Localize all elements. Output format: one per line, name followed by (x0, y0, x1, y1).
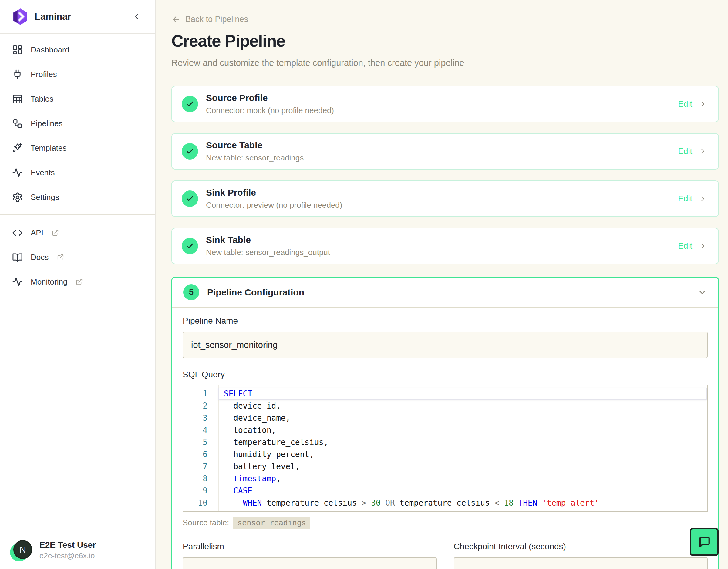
step-title: Sink Table (206, 235, 678, 245)
step-subtitle: Connector: preview (no profile needed) (206, 200, 678, 210)
sidebar-nav: Dashboard Profiles Tables Pipelines Temp… (0, 34, 155, 294)
step-status-badge (182, 143, 198, 160)
step-status-badge (182, 190, 198, 207)
sparkles-icon (12, 143, 23, 153)
sidebar-item-label: Monitoring (31, 277, 67, 287)
sidebar-divider (0, 214, 155, 215)
code-line: 3 device_name, (183, 412, 707, 424)
step-card[interactable]: Source Profile Connector: mock (no profi… (171, 86, 719, 122)
check-icon (186, 242, 194, 250)
sql-editor[interactable]: 1SELECT2 device_id,3 device_name,4 locat… (183, 385, 708, 512)
page-title: Create Pipeline (171, 31, 719, 51)
avatar: N (12, 540, 32, 560)
line-number: 5 (183, 436, 218, 448)
code-line: 6 humidity_percent, (183, 448, 707, 460)
sql-query-label: SQL Query (183, 370, 708, 379)
code-text: temperature_celsius, (218, 436, 707, 448)
code-line: 9 CASE (183, 485, 707, 497)
sidebar-item-tables[interactable]: Tables (0, 87, 155, 111)
check-icon (186, 100, 194, 108)
line-number: 6 (183, 448, 218, 460)
checkpoint-interval-label: Checkpoint Interval (seconds) (454, 542, 708, 551)
back-to-pipelines-link[interactable]: Back to Pipelines (171, 15, 248, 24)
line-number: 1 (183, 388, 218, 400)
code-line: 5 temperature_celsius, (183, 436, 707, 448)
sidebar-item-label: API (31, 228, 43, 237)
avatar-initial: N (13, 540, 32, 559)
edit-link[interactable]: Edit (678, 241, 692, 251)
plug-icon (12, 69, 23, 80)
sidebar-item-pipelines[interactable]: Pipelines (0, 111, 155, 136)
sidebar-item-events[interactable]: Events (0, 160, 155, 185)
edit-link[interactable]: Edit (678, 99, 692, 109)
dashboard-icon (12, 45, 23, 55)
sidebar: Laminar Dashboard Profiles Tables Pipeli… (0, 0, 156, 569)
edit-link[interactable]: Edit (678, 194, 692, 204)
code-text: device_name, (218, 412, 707, 424)
user-name: E2E Test User (39, 540, 96, 550)
main-content: Back to Pipelines Create Pipeline Review… (156, 0, 728, 569)
page-subtitle: Review and customize the template config… (171, 58, 719, 68)
step-number-badge: 5 (183, 284, 199, 300)
parallelism-input[interactable] (183, 557, 437, 569)
code-text: battery_level, (218, 460, 707, 473)
chevron-right-icon (699, 242, 707, 250)
step-card[interactable]: Source Table New table: sensor_readings … (171, 133, 719, 170)
sidebar-item-label: Events (31, 168, 55, 177)
chat-bubble-icon (698, 536, 711, 548)
step-card[interactable]: Sink Profile Connector: preview (no prof… (171, 180, 719, 217)
source-table-chip: sensor_readings (233, 517, 310, 529)
sidebar-header: Laminar (0, 0, 155, 34)
workflow-icon (12, 118, 23, 129)
sidebar-item-docs[interactable]: Docs (0, 245, 155, 270)
code-text: device_id, (218, 400, 707, 412)
chevron-right-icon (699, 147, 707, 155)
code-text: WHEN temperature_celsius > 30 OR tempera… (218, 497, 707, 509)
gear-icon (12, 192, 23, 203)
checkpoint-interval-input[interactable] (454, 557, 708, 569)
sidebar-item-label: Pipelines (31, 119, 63, 128)
pipeline-configuration-header[interactable]: 5 Pipeline Configuration (172, 278, 718, 307)
section-title: Pipeline Configuration (207, 287, 697, 298)
step-title: Source Profile (206, 93, 678, 103)
sidebar-item-dashboard[interactable]: Dashboard (0, 38, 155, 62)
section-body: Pipeline Name SQL Query 1SELECT2 device_… (172, 308, 718, 569)
sidebar-item-label: Docs (31, 253, 49, 262)
table-icon (12, 94, 23, 104)
line-number: 9 (183, 485, 218, 497)
step-subtitle: New table: sensor_readings_output (206, 248, 678, 257)
book-icon (12, 252, 23, 263)
edit-link[interactable]: Edit (678, 147, 692, 156)
user-panel[interactable]: N E2E Test User e2e-test@e6x.io (0, 531, 155, 569)
chevron-right-icon (699, 100, 707, 108)
chevron-left-icon[interactable] (132, 12, 141, 21)
sidebar-item-api[interactable]: API (0, 221, 155, 245)
sidebar-item-label: Dashboard (31, 45, 69, 55)
external-link-icon (76, 278, 83, 285)
sidebar-item-monitoring[interactable]: Monitoring (0, 270, 155, 294)
line-number: 4 (183, 424, 218, 436)
code-line: 1SELECT (183, 388, 707, 400)
sidebar-item-label: Settings (31, 193, 59, 202)
check-icon (186, 147, 194, 156)
code-text: SELECT (218, 388, 707, 400)
pipeline-name-input[interactable] (183, 332, 708, 358)
sidebar-item-label: Tables (31, 94, 53, 104)
sidebar-item-templates[interactable]: Templates (0, 136, 155, 160)
code-text: timestamp, (218, 473, 707, 485)
line-number: 3 (183, 412, 218, 424)
pipeline-configuration-section: 5 Pipeline Configuration Pipeline Name S… (171, 277, 719, 569)
user-email: e2e-test@e6x.io (39, 551, 96, 560)
step-card[interactable]: Sink Table New table: sensor_readings_ou… (171, 228, 719, 264)
code-icon (12, 227, 23, 238)
step-status-badge (182, 238, 198, 254)
sidebar-item-profiles[interactable]: Profiles (0, 62, 155, 87)
sidebar-item-settings[interactable]: Settings (0, 185, 155, 210)
external-link-icon (57, 254, 64, 261)
code-text: humidity_percent, (218, 448, 707, 460)
line-number: 10 (183, 497, 218, 509)
brand-name: Laminar (35, 11, 127, 22)
chat-button[interactable] (690, 528, 719, 556)
code-line: 8 timestamp, (183, 473, 707, 485)
arrow-left-icon (171, 15, 180, 24)
